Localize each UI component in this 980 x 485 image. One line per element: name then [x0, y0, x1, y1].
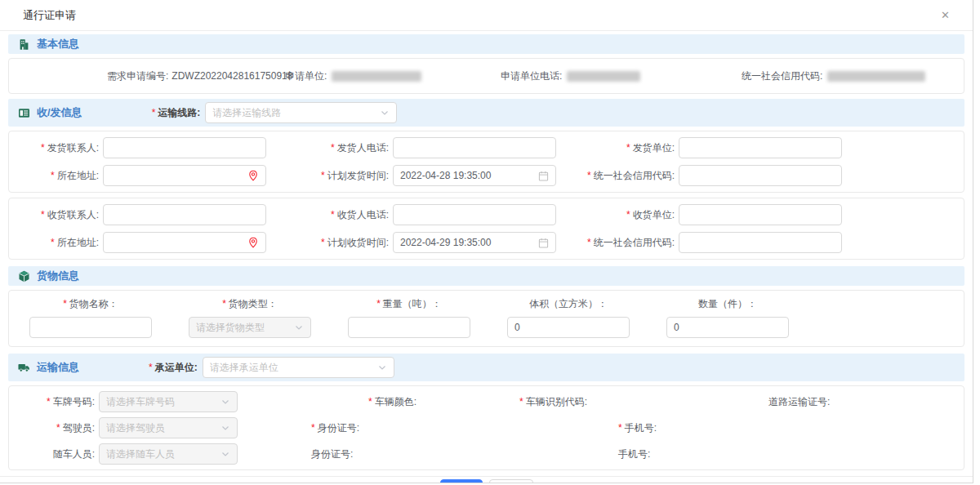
passenger-placeholder: 请选择随车人员	[106, 447, 175, 461]
receiver-address-field: *所在地址:	[9, 232, 299, 253]
credit-code-redacted-value	[827, 71, 925, 82]
truck-icon	[18, 362, 30, 374]
carrier-select[interactable]: 请选择承运单位	[203, 357, 394, 378]
transport-row-2: *驾驶员: 请选择驾驶员 *身份证号: *手机号:	[9, 417, 964, 438]
apply-unit-redacted-value	[332, 71, 421, 82]
sender-phone-field: *发货人电话:	[299, 137, 585, 158]
cargo-volume-field: 体积（立方米）：	[507, 297, 630, 338]
sender-contact-input[interactable]	[103, 137, 266, 158]
section-header-transport: 运输信息 *承运单位: 请选择承运单位	[8, 354, 964, 381]
apply-unit-label: 申请单位:	[285, 69, 327, 83]
cargo-quantity-label: 数量（件）：	[698, 297, 757, 311]
section-title-send-receive: 收/发信息	[37, 105, 82, 120]
receiver-address-text[interactable]	[110, 237, 247, 248]
cargo-weight-input[interactable]	[348, 317, 470, 338]
receiver-phone-label: *收货人电话:	[299, 208, 393, 222]
vehicle-color-field: *车辆颜色:	[254, 395, 499, 409]
sender-address-input[interactable]	[103, 165, 266, 186]
road-permit-field: 道路运输证号:	[744, 395, 964, 409]
vin-label: *车辆识别代码:	[519, 395, 587, 409]
receiver-contact-input[interactable]	[103, 204, 266, 225]
title-bar: 通行证申请 ✕	[0, 0, 973, 31]
transport-row-3: 随车人员: 请选择随车人员 身份证号: 手机号:	[9, 443, 964, 465]
reset-button[interactable]: 重置	[489, 479, 533, 484]
sender-ship-time-value: 2022-04-28 19:35:00	[400, 170, 538, 181]
chevron-down-icon	[220, 449, 230, 459]
section-title-cargo: 货物信息	[37, 269, 79, 283]
receiver-contact-label: *收货联系人:	[9, 208, 103, 222]
carrier-field: *承运单位: 请选择承运单位	[149, 357, 394, 378]
receiver-row-1: *收货联系人: *收货人电话: *收货单位:	[9, 204, 964, 225]
send-receive-icon	[18, 107, 30, 119]
transport-route-select[interactable]: 请选择运输线路	[205, 102, 397, 123]
receiver-phone-field: *收货人电话:	[299, 204, 585, 225]
driver-id-label: *身份证号:	[311, 421, 359, 435]
cargo-weight-label: *重量（吨）：	[376, 297, 442, 311]
carrier-label: *承运单位:	[149, 361, 198, 375]
close-icon[interactable]: ✕	[941, 10, 950, 20]
sender-credit-input[interactable]	[679, 165, 842, 186]
chevron-down-icon	[380, 108, 390, 118]
section-header-send-receive: 收/发信息 *运输线路: 请选择运输线路	[8, 99, 964, 127]
cargo-quantity-field: 数量（件）：	[666, 297, 789, 338]
passenger-field: 随车人员: 请选择随车人员	[9, 443, 254, 465]
footer-action-bar: 提交 重置	[0, 476, 973, 483]
credit-code-label: 统一社会信用代码:	[742, 69, 822, 83]
passenger-id-label: 身份证号:	[311, 447, 353, 461]
apply-unit-field: 申请单位:	[278, 69, 491, 83]
receiver-credit-input[interactable]	[679, 232, 842, 253]
submit-button[interactable]: 提交	[440, 479, 483, 484]
receiver-contact-field: *收货联系人:	[9, 204, 299, 225]
cargo-name-input[interactable]	[29, 317, 152, 338]
section-header-cargo: 货物信息	[8, 266, 964, 286]
cargo-type-label: *货物类型：	[222, 297, 278, 311]
sender-row-2: *所在地址: *计划发货时间: 2022-04-28 19:35:00 *统一社…	[9, 165, 964, 186]
cargo-type-placeholder: 请选择货物类型	[196, 321, 265, 335]
sender-phone-input[interactable]	[393, 137, 556, 158]
calendar-icon	[538, 171, 549, 181]
sender-contact-field: *发货联系人:	[9, 137, 299, 158]
sender-address-text[interactable]	[110, 170, 247, 181]
chevron-down-icon	[294, 323, 304, 332]
receiver-time-picker[interactable]: 2022-04-29 19:35:00	[393, 232, 556, 253]
driver-placeholder: 请选择驾驶员	[106, 421, 165, 435]
driver-select[interactable]: 请选择驾驶员	[99, 417, 238, 438]
cargo-quantity-input[interactable]	[666, 317, 789, 338]
sender-address-label: *所在地址:	[9, 169, 103, 183]
driver-phone-label: *手机号:	[618, 421, 657, 435]
location-pin-icon[interactable]	[247, 170, 259, 181]
receiver-time-label: *计划收货时间:	[299, 236, 393, 250]
location-pin-icon[interactable]	[247, 237, 259, 248]
sender-company-input[interactable]	[679, 137, 842, 158]
receiver-phone-input[interactable]	[393, 204, 556, 225]
receiver-address-input[interactable]	[103, 232, 266, 253]
sender-contact-label: *发货联系人:	[9, 141, 103, 155]
sender-ship-time-picker[interactable]: 2022-04-28 19:35:00	[393, 165, 556, 186]
receiver-info-box: *收货联系人: *收货人电话: *收货单位: *所在地址:	[8, 198, 964, 260]
receiver-credit-label: *统一社会信用代码:	[585, 236, 679, 250]
driver-label: *驾驶员:	[9, 421, 99, 435]
vin-field: *车辆识别代码:	[499, 395, 744, 409]
sender-ship-time-field: *计划发货时间: 2022-04-28 19:35:00	[299, 165, 585, 186]
receiver-time-field: *计划收货时间: 2022-04-29 19:35:00	[299, 232, 585, 253]
plate-number-select[interactable]: 请选择车牌号码	[99, 391, 238, 412]
cargo-type-select[interactable]: 请选择货物类型	[189, 317, 311, 338]
plate-number-placeholder: 请选择车牌号码	[106, 395, 175, 409]
passenger-phone-field: 手机号:	[499, 447, 744, 461]
chevron-down-icon	[220, 397, 230, 407]
receiver-company-field: *收货单位:	[585, 204, 964, 225]
cargo-name-label: *货物名称：	[63, 297, 118, 311]
sender-company-label: *发货单位:	[585, 141, 679, 155]
cargo-type-field: *货物类型： 请选择货物类型	[189, 297, 311, 338]
sender-credit-label: *统一社会信用代码:	[585, 169, 679, 183]
passenger-label: 随车人员:	[9, 447, 99, 461]
passenger-select[interactable]: 请选择随车人员	[99, 443, 238, 465]
carrier-placeholder: 请选择承运单位	[210, 361, 278, 375]
form-content: 基本信息 需求申请编号: ZDWZ20220428161750918 申请单位:…	[0, 34, 973, 470]
road-permit-label: 道路运输证号:	[768, 395, 830, 409]
vehicle-color-label: *车辆颜色:	[368, 395, 416, 409]
receiver-company-input[interactable]	[679, 204, 842, 225]
apply-phone-field: 申请单位电话:	[491, 69, 732, 83]
cargo-volume-input[interactable]	[507, 317, 630, 338]
basic-info-box: 需求申请编号: ZDWZ20220428161750918 申请单位: 申请单位…	[8, 58, 964, 94]
